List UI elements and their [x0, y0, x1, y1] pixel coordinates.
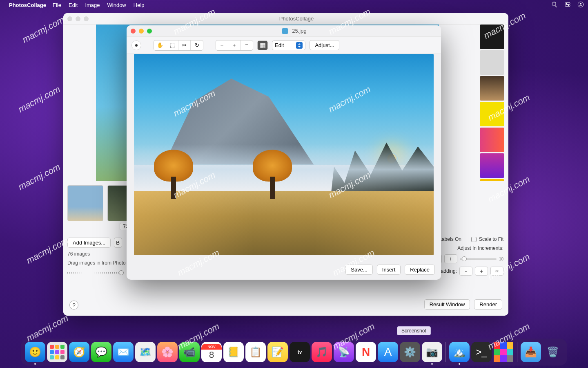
side-thumb[interactable]	[480, 76, 504, 101]
preview-toolbar: ✋ ⬚ ✂ ↻ − + = ▦ Edit Adjust...	[127, 37, 441, 54]
dock-tooltip: Screenshot	[397, 326, 431, 335]
height-slider[interactable]	[460, 258, 497, 260]
trash-icon[interactable]: 🗑️	[543, 342, 563, 362]
padding-minus-button[interactable]: -	[459, 267, 472, 276]
zoom-in-icon[interactable]: +	[228, 40, 241, 50]
menu-help[interactable]: Help	[134, 2, 145, 8]
padding-plus-button[interactable]: +	[475, 267, 488, 276]
chevron-updown-icon	[296, 42, 303, 49]
menu-file[interactable]: File	[53, 2, 61, 8]
traffic-lights[interactable]	[131, 29, 152, 34]
svg-rect-0	[565, 2, 570, 4]
preview-window: 25.jpg ✋ ⬚ ✂ ↻ − + = ▦ Edit Adjust...	[127, 25, 441, 280]
reminders-icon[interactable]: 📋	[245, 342, 266, 362]
dock: 🙂 🧭 💬 ✉️ 🗺️ 🌸 📹 NOV 8 📒 📋 📝 tv 🎵 📡 N A ⚙…	[21, 339, 567, 366]
svg-rect-1	[565, 4, 570, 6]
insert-button[interactable]: Insert	[377, 265, 401, 275]
labels-on-label: Labels On	[439, 236, 461, 242]
control-center-icon[interactable]	[564, 1, 571, 9]
thumb-image[interactable]	[67, 185, 103, 221]
result-window-button[interactable]: Result Window	[424, 299, 470, 310]
zoom-icon[interactable]	[147, 29, 152, 34]
podcasts-icon[interactable]: 📡	[334, 342, 354, 362]
news-icon[interactable]: N	[356, 342, 376, 362]
contacts-icon[interactable]: 📒	[223, 342, 244, 362]
photos-icon[interactable]: 🌸	[157, 342, 178, 362]
search-icon[interactable]	[551, 1, 558, 9]
minimize-icon[interactable]	[76, 16, 80, 21]
photoscollage-app-icon[interactable]: 🏔️	[449, 342, 470, 362]
slider-max-label: 10	[499, 257, 503, 261]
select-tool-icon[interactable]: ⬚	[166, 40, 178, 50]
close-icon[interactable]	[131, 29, 136, 34]
finder-icon[interactable]: 🙂	[25, 342, 45, 362]
dock-separator	[517, 342, 517, 362]
render-button[interactable]: Render	[474, 299, 502, 310]
color-well[interactable]	[131, 40, 141, 50]
side-thumb[interactable]	[480, 153, 504, 178]
main-title: PhotosCollage	[89, 16, 504, 22]
svg-point-2	[566, 3, 567, 4]
effects-icon[interactable]: ▦	[257, 40, 268, 50]
side-thumb[interactable]	[480, 50, 504, 75]
tool-group-nav: ✋ ⬚ ✂ ↻	[154, 40, 203, 51]
svg-point-3	[568, 5, 569, 6]
side-thumb[interactable]	[480, 25, 504, 49]
mail-icon[interactable]: ✉️	[113, 342, 134, 362]
menu-image[interactable]: Image	[85, 2, 100, 8]
safari-icon[interactable]: 🧭	[69, 342, 89, 362]
tv-icon[interactable]: tv	[290, 342, 310, 362]
notes-icon[interactable]: 📝	[267, 342, 288, 362]
zoom-fit-icon[interactable]: =	[241, 40, 253, 50]
rotate-tool-icon[interactable]: ↻	[191, 40, 203, 50]
thumb-size-slider[interactable]	[67, 270, 125, 276]
menu-edit[interactable]: Edit	[69, 2, 78, 8]
facetime-icon[interactable]: 📹	[179, 342, 200, 362]
mode-select[interactable]: Edit	[272, 40, 305, 50]
adjust-button[interactable]: Adjust...	[310, 40, 339, 50]
side-thumb[interactable]	[480, 128, 504, 152]
save-button[interactable]: Save...	[345, 265, 372, 275]
side-thumb[interactable]	[480, 102, 504, 126]
adjust-inc-label: Adjust In Increments:	[457, 245, 503, 251]
launchpad-icon[interactable]	[47, 342, 67, 362]
hand-tool-icon[interactable]: ✋	[154, 40, 166, 50]
color-app-icon[interactable]	[493, 342, 514, 362]
preview-image[interactable]	[134, 54, 434, 255]
terminal-icon[interactable]: >_	[471, 342, 492, 362]
scale-fit-checkbox[interactable]	[471, 237, 477, 242]
messages-icon[interactable]: 💬	[91, 342, 111, 362]
svg-point-5	[580, 3, 581, 4]
screenshot-icon[interactable]: 📷	[422, 342, 442, 362]
settings-icon[interactable]: ⚙️	[400, 342, 420, 362]
button-partial[interactable]: B	[114, 238, 122, 248]
downloads-icon[interactable]: 📥	[521, 342, 541, 362]
height-plus-button[interactable]: +	[444, 254, 457, 263]
file-icon	[282, 28, 288, 34]
close-icon[interactable]	[67, 16, 72, 21]
menu-window[interactable]: Window	[107, 2, 126, 8]
dock-separator	[445, 342, 446, 362]
scale-fit-label: Scale to Fit	[479, 236, 503, 242]
music-icon[interactable]: 🎵	[312, 342, 332, 362]
padding-eq-button[interactable]: =	[490, 267, 503, 276]
minimize-icon[interactable]	[139, 29, 144, 34]
appstore-icon[interactable]: A	[378, 342, 398, 362]
menubar: PhotosCollage File Edit Image Window Hel…	[0, 0, 588, 10]
help-button[interactable]: ?	[69, 301, 78, 310]
crop-tool-icon[interactable]: ✂	[178, 40, 191, 50]
maps-icon[interactable]: 🗺️	[135, 342, 156, 362]
preview-titlebar[interactable]: 25.jpg	[127, 25, 441, 37]
main-titlebar[interactable]: PhotosCollage	[63, 13, 508, 25]
tool-group-zoom: − + =	[216, 40, 253, 51]
add-images-button[interactable]: Add Images...	[67, 238, 111, 248]
app-name[interactable]: PhotosCollage	[9, 2, 46, 8]
zoom-out-icon[interactable]: −	[216, 40, 228, 50]
replace-button[interactable]: Replace	[405, 265, 435, 275]
preview-title: 25.jpg	[152, 28, 437, 34]
zoom-icon[interactable]	[84, 16, 89, 21]
traffic-lights[interactable]	[67, 16, 89, 21]
user-icon[interactable]	[577, 1, 584, 9]
calendar-icon[interactable]: NOV 8	[201, 342, 222, 362]
